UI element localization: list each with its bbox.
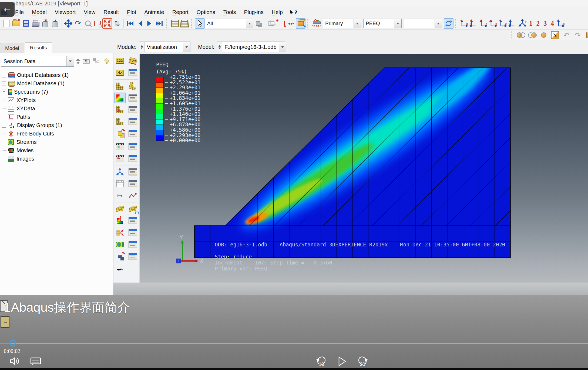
fit-view-button[interactable]: [102, 18, 112, 29]
animate-time-history-button[interactable]: [127, 141, 139, 152]
tips-button[interactable]: [103, 58, 111, 65]
field-variable-combo[interactable]: PEEQ: [363, 19, 402, 28]
drag-box-button[interactable]: [276, 18, 286, 29]
expand-icon[interactable]: +: [2, 81, 6, 86]
numbered-view-3-button[interactable]: 3: [542, 20, 549, 27]
primary-variable-combo[interactable]: Primary: [323, 19, 361, 28]
perspective-off-button[interactable]: [527, 30, 537, 40]
probe-tool-button[interactable]: [114, 264, 126, 275]
menu-item-viewport[interactable]: Viewport: [51, 8, 80, 16]
new-file-button[interactable]: [2, 18, 11, 29]
chevron-down-icon[interactable]: [435, 19, 442, 28]
seek-bar[interactable]: [0, 343, 588, 344]
menu-item-animate[interactable]: Animate: [140, 8, 168, 16]
menu-item-help[interactable]: Help: [268, 8, 287, 16]
xy-data-table-button[interactable]: XY: [114, 178, 126, 189]
session-data-combo[interactable]: Session Data: [1, 56, 74, 67]
spectrum-manager-button[interactable]: [127, 67, 139, 78]
orientation-plot-button[interactable]: yyy: [114, 116, 126, 127]
tree-filter-button[interactable]: [92, 58, 100, 65]
tree-item-spectrums[interactable]: +Spectrums (7): [2, 88, 113, 96]
plot-state-numbers-tilted-button[interactable]: 123: [127, 56, 139, 66]
view-orientation-button[interactable]: ZX: [488, 18, 498, 29]
tree-item-free-body-cuts[interactable]: Free Body Cuts: [2, 130, 113, 138]
expand-icon[interactable]: +: [2, 73, 6, 77]
next-frame-button[interactable]: [145, 18, 154, 29]
menu-item-tools[interactable]: Tools: [219, 8, 240, 16]
tab-model[interactable]: Model: [0, 43, 24, 53]
tab-results[interactable]: Results: [25, 42, 52, 53]
save-session-button[interactable]: ▲: [50, 18, 60, 29]
free-body-manager-button[interactable]: [127, 227, 139, 238]
menu-item-plot[interactable]: Plot: [123, 8, 140, 16]
animation-options-button[interactable]: [127, 153, 139, 164]
warp-copy-button[interactable]: [127, 203, 139, 214]
view-cut-triad-button[interactable]: [114, 167, 126, 177]
collapse-all-button[interactable]: [82, 58, 90, 65]
save-button[interactable]: [21, 18, 31, 29]
view-orientation-button[interactable]: YX: [459, 18, 469, 29]
redo-button[interactable]: ↷: [573, 30, 583, 40]
overlay-plot-button[interactable]: ↷: [114, 251, 126, 262]
wireframe-render-button[interactable]: [267, 18, 276, 29]
sync-frames-button[interactable]: [444, 18, 453, 29]
menu-item-model[interactable]: Model: [28, 8, 51, 16]
view-orientation-button[interactable]: XZ: [479, 18, 488, 29]
cut-options-button[interactable]: [127, 215, 139, 226]
tree-spinner[interactable]: [76, 56, 80, 66]
stream-options-button[interactable]: [127, 239, 139, 250]
tree-item-xyplots[interactable]: XYPlots: [2, 96, 113, 104]
chevron-down-icon[interactable]: [394, 19, 401, 28]
view-user-button[interactable]: YX: [556, 18, 566, 29]
model-combo[interactable]: F:/temp/eg16-3-1.odb: [217, 42, 285, 52]
tree-item-display-groups[interactable]: +Display Groups (1): [2, 121, 113, 130]
warp-plot-button[interactable]: [114, 203, 126, 214]
animate-scale-factor-button[interactable]: ≺: [114, 141, 126, 152]
overlay-manager-button[interactable]: [127, 251, 139, 262]
back-button[interactable]: ←: [0, 2, 15, 17]
contour-plot-button[interactable]: [114, 93, 126, 103]
contour-options-button[interactable]: [127, 93, 139, 103]
play-button[interactable]: [337, 356, 347, 367]
numbered-view-1-button[interactable]: 1: [527, 20, 535, 27]
numbered-view-4-button[interactable]: 4: [549, 20, 556, 27]
last-frame-button[interactable]: [154, 18, 164, 29]
chevron-down-icon[interactable]: [66, 56, 74, 66]
plot-state-numbers-button[interactable]: 123: [114, 56, 126, 66]
plot-undeformed-button[interactable]: [114, 81, 126, 91]
print-button[interactable]: [31, 18, 41, 29]
menu-item-view[interactable]: View: [80, 8, 99, 16]
create-group-button[interactable]: [584, 30, 588, 40]
spinner-icon[interactable]: [217, 42, 222, 52]
numbered-view-2-button[interactable]: 2: [534, 20, 542, 27]
view-orientation-button[interactable]: YZ: [498, 18, 508, 29]
tree-item-images[interactable]: Images: [2, 155, 113, 163]
expand-icon[interactable]: +: [2, 90, 6, 94]
menu-item-plug-ins[interactable]: Plug-ins: [240, 8, 267, 16]
rewind-10-button[interactable]: 10: [315, 355, 328, 368]
plot-state-options-button[interactable]: [127, 128, 139, 139]
chevron-down-icon[interactable]: [279, 42, 286, 52]
free-body-cut-button[interactable]: [114, 227, 126, 238]
orientation-options-button[interactable]: [127, 116, 139, 127]
xy-data-manager-button[interactable]: [127, 178, 139, 189]
expand-icon[interactable]: +: [2, 123, 6, 128]
display-group-button[interactable]: ●●•: [286, 18, 296, 29]
view-orientation-button[interactable]: YX: [469, 18, 479, 29]
subtitles-button[interactable]: [30, 357, 41, 365]
animate-harmonic-button[interactable]: ∿: [114, 153, 126, 164]
rotate-mode-button[interactable]: [550, 30, 560, 40]
menu-item-result[interactable]: Result: [99, 8, 123, 16]
viewport[interactable]: PEEQ (Avg: 75%) +2.751e+01+2.522e+01+2.2…: [140, 54, 588, 283]
tree-item-model-database[interactable]: +Model Database (1): [2, 79, 113, 88]
tree-item-movies[interactable]: Movies: [2, 146, 113, 155]
spinner-icon[interactable]: [139, 42, 145, 52]
plot-state-arrows-button[interactable]: >L<: [114, 67, 126, 78]
chevron-down-icon[interactable]: [354, 19, 361, 28]
zoom-box-button[interactable]: [93, 18, 102, 29]
view-iso-button[interactable]: Y: [518, 18, 527, 29]
copy-viewport-button[interactable]: [253, 18, 263, 29]
plot-deformed-button[interactable]: [127, 81, 139, 91]
view-cut-manager-button[interactable]: [127, 167, 139, 177]
stream-plot-button[interactable]: [114, 239, 126, 250]
